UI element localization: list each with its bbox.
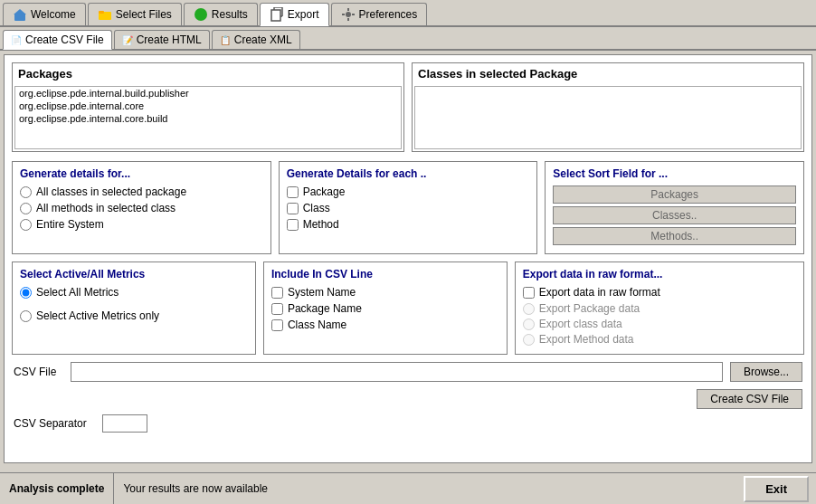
results-icon (194, 7, 208, 22)
export-method-radio-label: Export Method data (539, 333, 634, 346)
packages-list[interactable]: org.eclipse.pde.internal.build.publisher… (14, 86, 402, 149)
csv-separator-label: CSV Separator (14, 417, 95, 430)
sub-tab-bar: 📄 Create CSV File 📝 Create HTML 📋 Create… (0, 27, 816, 51)
radio-select-active-input[interactable] (20, 310, 32, 322)
sort-btn-classes[interactable]: Classes.. (553, 206, 796, 224)
csv-separator-input[interactable] (102, 414, 147, 433)
sub-tab-create-html-label: Create HTML (137, 33, 202, 46)
classes-title: Classes in selected Package (413, 63, 803, 84)
radio-entire-system[interactable]: Entire System (20, 218, 263, 231)
tab-preferences-label: Preferences (359, 8, 418, 21)
tab-preferences[interactable]: Preferences (331, 3, 428, 25)
xml-icon: 📋 (220, 35, 231, 45)
radio-select-all-input[interactable] (20, 287, 32, 299)
tab-select-files-label: Select Files (116, 8, 172, 21)
radio-all-methods-label: All methods in selected class (36, 202, 176, 214)
sub-tab-create-xml[interactable]: 📋 Create XML (212, 30, 300, 49)
csv-icon: 📄 (11, 35, 22, 45)
tab-welcome-label: Welcome (31, 8, 76, 21)
status-bar: Analysis complete Your results are now a… (0, 472, 816, 504)
svg-rect-14 (352, 14, 355, 15)
header-panels: Packages org.eclipse.pde.internal.build.… (12, 62, 804, 152)
radio-entire-system-label: Entire System (36, 218, 104, 231)
radio-select-all-label: Select All Metrics (36, 286, 119, 299)
list-item[interactable]: org.eclipse.pde.internal.core.build (15, 112, 401, 125)
classes-list[interactable] (414, 86, 802, 149)
export-method-radio-input (523, 334, 535, 346)
checkbox-package-name[interactable]: Package Name (271, 302, 499, 315)
sub-tab-create-xml-label: Create XML (234, 33, 292, 46)
radio-select-all[interactable]: Select All Metrics (20, 286, 248, 299)
packages-title: Packages (13, 63, 403, 84)
create-csv-button[interactable]: Create CSV File (697, 389, 802, 409)
svg-point-10 (346, 12, 351, 17)
status-message: Your results are now available (114, 473, 744, 504)
checkbox-package-name-label: Package Name (288, 302, 362, 315)
include-csv-line-box: Include In CSV Line System Name Package … (263, 262, 508, 355)
csv-file-input[interactable] (71, 362, 723, 382)
csv-file-label: CSV File (14, 366, 63, 378)
checkbox-package-name-input[interactable] (271, 303, 283, 315)
radio-all-methods-input[interactable] (20, 203, 32, 214)
list-item[interactable]: org.eclipse.pde.internal.build.publisher (15, 87, 401, 100)
radio-all-methods[interactable]: All methods in selected class (20, 202, 263, 214)
svg-rect-12 (347, 18, 349, 21)
checkbox-system-name[interactable]: System Name (271, 286, 499, 299)
checkbox-package[interactable]: Package (287, 185, 530, 198)
radio-select-active[interactable]: Select Active Metrics only (20, 309, 248, 322)
svg-marker-1 (14, 9, 26, 14)
sub-tab-create-csv[interactable]: 📄 Create CSV File (3, 30, 112, 50)
checkbox-class-name-label: Class Name (288, 319, 346, 331)
generate-details-each-title: Generate Details for each .. (287, 167, 530, 180)
checkbox-class-input[interactable] (287, 203, 299, 214)
checkbox-package-input[interactable] (287, 186, 299, 198)
tab-welcome[interactable]: Welcome (3, 3, 86, 25)
home-icon (13, 7, 27, 22)
export-package-radio-input (523, 303, 535, 315)
top-tab-bar: Welcome Select Files Results Export Pref… (0, 0, 816, 27)
radio-all-classes-input[interactable] (20, 186, 32, 198)
browse-button[interactable]: Browse... (730, 362, 802, 382)
folder-icon (98, 7, 112, 22)
tab-results[interactable]: Results (184, 3, 258, 25)
options-row-2: Select Active/All Metrics Select All Met… (12, 262, 804, 355)
radio-select-active-label: Select Active Metrics only (36, 309, 159, 322)
checkbox-class[interactable]: Class (287, 202, 530, 214)
svg-rect-11 (347, 8, 349, 11)
radio-entire-system-input[interactable] (20, 219, 32, 231)
html-icon: 📝 (122, 35, 133, 45)
options-row-1: Generate details for... All classes in s… (12, 161, 804, 254)
checkbox-class-name-input[interactable] (271, 319, 283, 331)
sort-btn-packages[interactable]: Packages (553, 185, 796, 204)
radio-all-classes[interactable]: All classes in selected package (20, 185, 263, 198)
tab-results-label: Results (212, 8, 248, 21)
generate-details-each-box: Generate Details for each .. Package Cla… (279, 161, 538, 254)
tab-select-files[interactable]: Select Files (88, 3, 182, 25)
export-raw-checkbox-input[interactable] (523, 287, 535, 299)
svg-point-4 (195, 8, 207, 21)
export-class-radio: Export class data (523, 318, 796, 330)
select-sort-field-title: Select Sort Field for ... (553, 167, 796, 180)
radio-all-classes-label: All classes in selected package (36, 185, 186, 198)
list-item[interactable]: org.eclipse.pde.internal.core (15, 100, 401, 112)
tab-export[interactable]: Export (260, 3, 329, 26)
exit-button[interactable]: Exit (744, 476, 809, 502)
export-class-radio-input (523, 319, 535, 330)
checkbox-system-name-input[interactable] (271, 287, 283, 299)
export-raw-checkbox[interactable]: Export data in raw format (523, 286, 796, 299)
select-metrics-title: Select Active/All Metrics (20, 268, 248, 281)
svg-rect-13 (342, 14, 345, 15)
create-csv-row: Create CSV File (12, 389, 804, 409)
sub-tab-create-csv-label: Create CSV File (25, 33, 104, 46)
export-package-radio-label: Export Package data (539, 302, 640, 315)
checkbox-system-name-label: System Name (288, 286, 356, 299)
checkbox-class-label: Class (303, 202, 330, 214)
checkbox-class-name[interactable]: Class Name (271, 319, 499, 331)
select-sort-field-box: Select Sort Field for ... Packages Class… (545, 161, 804, 254)
sub-tab-create-html[interactable]: 📝 Create HTML (114, 30, 210, 49)
classes-panel: Classes in selected Package (412, 62, 804, 152)
sort-btn-methods[interactable]: Methods.. (553, 227, 796, 245)
checkbox-package-label: Package (303, 185, 346, 198)
checkbox-method-input[interactable] (287, 219, 299, 231)
checkbox-method[interactable]: Method (287, 218, 530, 231)
